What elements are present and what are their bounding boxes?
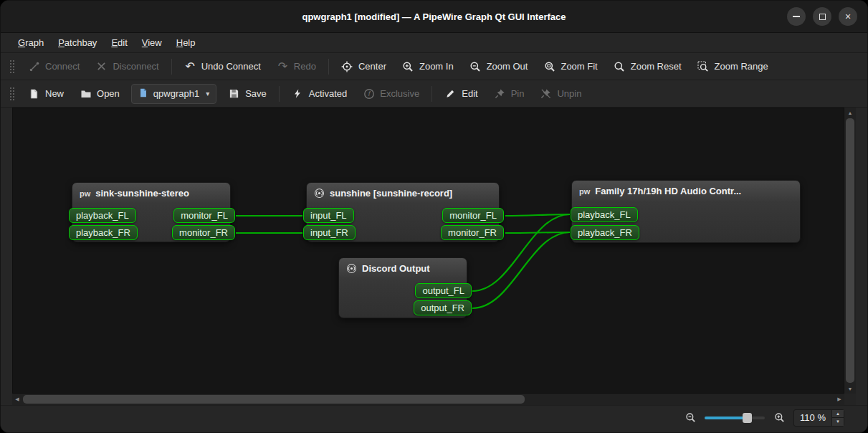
center-button[interactable]: Center xyxy=(333,56,394,77)
unpin-button[interactable]: Unpin xyxy=(532,83,589,104)
toolbar-separator xyxy=(279,86,280,102)
port-output[interactable]: monitor_FR xyxy=(441,225,504,240)
port-output[interactable]: monitor_FL xyxy=(442,208,504,223)
menu-view[interactable]: View xyxy=(135,33,169,52)
redo-icon: ↷ xyxy=(277,60,289,72)
connection-line[interactable] xyxy=(505,214,570,216)
graph-canvas[interactable]: pw sink-sunshine-stereo playback_FL play… xyxy=(12,108,844,394)
connect-icon xyxy=(28,60,40,72)
window-title: qpwgraph1 [modified] — A PipeWire Graph … xyxy=(302,11,566,22)
zoom-reset-button[interactable]: Zoom Reset xyxy=(606,56,690,77)
menu-patchbay[interactable]: Patchbay xyxy=(51,33,104,52)
undo-icon: ↶ xyxy=(184,60,196,72)
zoom-spin-up-button[interactable]: ▲ xyxy=(832,410,844,418)
zoom-in-icon xyxy=(402,60,414,72)
scrollbar-corner xyxy=(844,394,856,405)
port-input[interactable]: input_FL xyxy=(303,208,354,223)
pin-button[interactable]: Pin xyxy=(486,83,533,104)
new-document-icon xyxy=(28,87,40,100)
save-button[interactable]: Save xyxy=(220,83,275,104)
undo-connect-button[interactable]: ↶ Undo Connect xyxy=(176,56,269,77)
redo-button[interactable]: ↷ Redo xyxy=(269,56,324,77)
activated-button[interactable]: Activated xyxy=(284,83,355,104)
zoom-reset-icon xyxy=(614,60,626,72)
lightning-icon xyxy=(292,87,304,100)
menu-edit[interactable]: Edit xyxy=(104,33,134,52)
unpin-icon xyxy=(540,87,552,100)
zoom-spinbox[interactable]: 110 % ▲ ▼ xyxy=(793,409,844,427)
port-output[interactable]: monitor_FL xyxy=(173,208,235,223)
node-family-hd-audio[interactable]: pw Family 17h/19h HD Audio Contr... play… xyxy=(571,180,801,243)
exclusive-button[interactable]: f Exclusive xyxy=(355,83,427,104)
monitor-icon xyxy=(346,263,357,274)
zoom-spin-down-button[interactable]: ▼ xyxy=(832,417,844,426)
port-input[interactable]: playback_FR xyxy=(69,225,138,240)
edit-button[interactable]: Edit xyxy=(437,83,485,104)
new-button[interactable]: New xyxy=(20,83,72,104)
node-sink-sunshine-stereo[interactable]: pw sink-sunshine-stereo playback_FL play… xyxy=(72,182,231,242)
statusbar: 110 % ▲ ▼ xyxy=(1,405,867,432)
scroll-up-arrow[interactable]: ▲ xyxy=(844,108,856,118)
toolbar-separator xyxy=(431,86,432,102)
maximize-button[interactable] xyxy=(813,7,831,26)
horizontal-scrollbar-thumb[interactable] xyxy=(23,395,525,404)
connect-button[interactable]: Connect xyxy=(20,56,87,77)
connections-layer xyxy=(13,108,844,393)
scroll-right-arrow[interactable]: ▶ xyxy=(834,394,844,405)
chevron-down-icon: ▾ xyxy=(206,90,209,97)
scroll-left-arrow[interactable]: ◀ xyxy=(12,394,22,405)
zoom-out-button[interactable]: Zoom Out xyxy=(462,56,536,77)
zoom-out-small-icon xyxy=(685,412,696,424)
zoom-in-button[interactable]: Zoom In xyxy=(394,56,462,77)
minimize-button[interactable] xyxy=(787,7,806,26)
zoom-slider[interactable] xyxy=(705,412,765,424)
port-input[interactable]: playback_FL xyxy=(571,207,638,222)
node-discord-output[interactable]: Discord Output output_FL output_FR xyxy=(338,257,467,318)
zoom-range-icon xyxy=(697,60,710,72)
connection-line[interactable] xyxy=(472,232,570,308)
port-output[interactable]: monitor_FR xyxy=(172,225,235,240)
scroll-down-arrow[interactable]: ▼ xyxy=(844,384,856,394)
port-output[interactable]: output_FR xyxy=(414,300,472,315)
zoom-in-small-icon xyxy=(773,412,785,424)
zoom-value[interactable]: 110 % xyxy=(794,410,831,426)
toolbar-separator xyxy=(171,59,172,75)
menu-graph[interactable]: Graph xyxy=(11,33,51,52)
zoom-fit-icon xyxy=(543,60,555,72)
zoom-out-icon xyxy=(469,60,482,72)
port-input[interactable]: input_FR xyxy=(303,225,356,240)
menu-help[interactable]: Help xyxy=(169,33,203,52)
disconnect-button[interactable]: Disconnect xyxy=(87,56,166,77)
port-input[interactable]: playback_FL xyxy=(69,208,136,223)
toolbar-separator xyxy=(328,59,329,75)
exclusive-icon: f xyxy=(363,87,375,100)
main-area: pw sink-sunshine-stereo playback_FL play… xyxy=(12,108,856,405)
pipewire-icon: pw xyxy=(80,189,90,198)
vertical-scrollbar[interactable]: ▲ ▼ xyxy=(844,108,856,394)
app-window: qpwgraph1 [modified] — A PipeWire Graph … xyxy=(0,0,868,433)
vertical-scrollbar-thumb[interactable] xyxy=(846,118,854,383)
toolbar-drag-handle[interactable] xyxy=(9,87,14,101)
close-button[interactable]: × xyxy=(839,7,857,26)
menubar: Graph Patchbay Edit View Help xyxy=(1,33,867,53)
zoom-slider-handle[interactable] xyxy=(743,413,752,423)
zoom-range-button[interactable]: Zoom Range xyxy=(690,56,776,77)
save-icon xyxy=(228,87,240,100)
toolbar-drag-handle[interactable] xyxy=(9,60,14,74)
open-button[interactable]: Open xyxy=(72,83,128,104)
minimize-icon xyxy=(793,16,800,17)
port-input[interactable]: playback_FR xyxy=(571,225,639,240)
pipewire-icon: pw xyxy=(579,187,590,196)
connection-line[interactable] xyxy=(505,232,570,233)
port-output[interactable]: output_FL xyxy=(415,283,472,298)
horizontal-scrollbar[interactable]: ◀ ▶ xyxy=(12,394,844,405)
disconnect-icon xyxy=(95,60,108,72)
zoom-fit-button[interactable]: Zoom Fit xyxy=(535,56,605,77)
patchbay-document-icon xyxy=(138,87,148,100)
monitor-icon xyxy=(314,188,325,199)
window-controls: × xyxy=(787,1,857,32)
node-sunshine[interactable]: sunshine [sunshine-record] input_FL inpu… xyxy=(306,182,500,242)
titlebar[interactable]: qpwgraph1 [modified] — A PipeWire Graph … xyxy=(1,1,867,33)
patchbay-combo[interactable]: qpwgraph1 ▾ xyxy=(131,84,216,104)
pencil-icon xyxy=(444,87,457,100)
